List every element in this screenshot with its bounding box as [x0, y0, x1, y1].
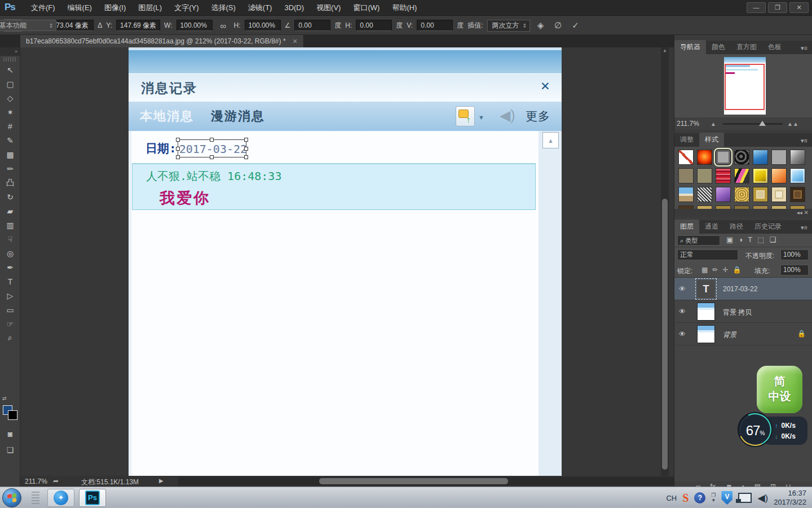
menu-view[interactable]: 视图(V) — [310, 0, 347, 16]
menu-file[interactable]: 文件(F) — [25, 0, 61, 16]
screen-mode-icon[interactable]: ❏ — [0, 443, 20, 457]
menu-edit[interactable]: 编辑(E) — [61, 0, 98, 16]
date-text-layer[interactable]: 2017-03-22 — [179, 142, 247, 156]
minimize-icon[interactable]: — — [747, 2, 766, 13]
angle-field[interactable]: 0.00 — [294, 20, 330, 31]
layer-row-text[interactable]: 👁 T 2017-03-22 — [674, 278, 812, 300]
menu-window[interactable]: 窗口(W) — [347, 0, 386, 16]
scroll-up-arrow-icon[interactable]: ▲ — [661, 48, 669, 53]
link-dimensions-icon[interactable]: ∞ — [217, 21, 230, 30]
lock-all-icon[interactable]: 🔒 — [732, 266, 741, 274]
zoom-in-icon[interactable]: ▲▲ — [787, 121, 798, 127]
style-swatch[interactable] — [753, 205, 768, 209]
vertical-scrollbar-thumb[interactable] — [662, 199, 668, 470]
filter-type-layers-icon[interactable]: T — [748, 235, 752, 244]
style-swatch[interactable] — [697, 168, 712, 183]
tab-channels[interactable]: 通道 — [699, 220, 724, 234]
panel-close-icon[interactable]: ✕ — [804, 209, 809, 216]
lasso-tool-icon[interactable]: ◇ — [0, 91, 20, 105]
style-swatch-selected[interactable] — [716, 150, 731, 165]
tab-navigator[interactable]: 导航器 — [674, 40, 706, 54]
style-swatch[interactable] — [678, 205, 694, 209]
style-swatch[interactable] — [716, 168, 731, 183]
toolbar-collapse-icon[interactable]: » — [0, 47, 20, 56]
layer-thumbnail[interactable] — [697, 325, 715, 343]
eyedropper-tool-icon[interactable]: ✎ — [0, 133, 20, 147]
style-swatch[interactable] — [790, 187, 805, 202]
layer-filter-select[interactable]: ⌕ 类型 — [677, 235, 720, 246]
transform-handle[interactable] — [244, 138, 248, 142]
memory-usage-ball[interactable]: 67% — [738, 412, 773, 447]
zoom-out-icon[interactable]: ▲ — [710, 121, 716, 127]
style-swatch[interactable] — [771, 150, 787, 165]
tab-histogram[interactable]: 直方图 — [731, 40, 762, 54]
filter-adjustment-layers-icon[interactable]: ◑ — [738, 235, 743, 244]
y-position-field[interactable]: 147.69 像素 — [116, 20, 160, 31]
help-tray-icon[interactable]: ? — [694, 492, 705, 503]
sogou-input-icon[interactable]: S — [682, 492, 689, 505]
layer-row-background-copy[interactable]: 👁 背景 拷贝 — [674, 300, 812, 323]
transform-bounding-box[interactable]: 2017-03-22 — [178, 139, 246, 157]
hskew-field[interactable]: 0.00 — [356, 20, 392, 31]
style-swatch[interactable] — [753, 168, 768, 183]
smudge-tool-icon[interactable]: ☟ — [0, 232, 20, 246]
move-tool-icon[interactable]: ↖ — [0, 63, 20, 77]
style-swatch[interactable] — [734, 168, 749, 183]
zoom-level-field[interactable]: 211.7% — [25, 478, 47, 485]
cancel-transform-icon[interactable]: ∅ — [551, 20, 565, 30]
marquee-tool-icon[interactable]: ▢ — [0, 77, 20, 91]
show-hidden-icons-icon[interactable]: ❐▾ — [711, 493, 716, 503]
commit-transform-icon[interactable]: ✓ — [569, 20, 582, 30]
menu-select[interactable]: 选择(S) — [205, 0, 241, 16]
menu-help[interactable]: 帮助(H) — [386, 0, 423, 16]
transform-handle[interactable] — [210, 138, 214, 142]
layer-name[interactable]: 2017-03-22 — [723, 285, 757, 293]
vertical-scrollbar[interactable]: ▲ — [661, 47, 669, 476]
menu-3d[interactable]: 3D(D) — [278, 0, 310, 16]
toolbar-grip[interactable] — [3, 57, 16, 62]
transform-handle[interactable] — [244, 147, 248, 151]
document-tab[interactable]: b17eca8065380cd75ebf0d0ca144ad34588281aa… — [20, 35, 304, 47]
hand-tool-icon[interactable]: ☞ — [0, 317, 20, 331]
clone-stamp-tool-icon[interactable]: 凸 — [0, 176, 20, 190]
quick-mask-icon[interactable]: ◙ — [0, 427, 20, 441]
share-icon[interactable]: ➦ — [53, 477, 59, 485]
transform-handle[interactable] — [176, 138, 180, 142]
taskbar-photoshop-button[interactable]: Ps — [79, 489, 106, 507]
layer-row-background[interactable]: 👁 背景 🔒 — [674, 323, 812, 345]
text-layer-thumbnail[interactable]: T — [697, 280, 715, 298]
document-image[interactable]: 消息记录 ✕ 本地消息 漫游消息 ↑ ▼ ◀) 更多 ▲ 日期: 2017 — [129, 47, 562, 476]
style-swatch[interactable] — [678, 168, 694, 183]
taskbar-clock[interactable]: 16:37 2017/3/22 — [774, 489, 810, 507]
style-swatch[interactable] — [771, 205, 787, 209]
filter-shape-layers-icon[interactable]: ⬚ — [757, 235, 764, 244]
filter-smart-objects-icon[interactable]: ❏ — [769, 235, 776, 244]
transform-handle[interactable] — [176, 155, 180, 159]
tab-history[interactable]: 历史记录 — [749, 220, 787, 234]
security-shield-icon[interactable]: V — [721, 491, 732, 505]
status-flyout-icon[interactable]: ▶ — [159, 478, 164, 484]
taskbar-browser-button[interactable]: ✦ — [47, 489, 74, 507]
background-color-swatch[interactable] — [8, 410, 17, 420]
crop-tool-icon[interactable]: # — [0, 119, 20, 133]
workspace-switcher[interactable]: 基本功能 — [0, 20, 56, 31]
blend-mode-select[interactable]: 正常 — [677, 249, 738, 260]
navigator-zoom-field[interactable]: 211.7% — [677, 120, 699, 128]
pen-tool-icon[interactable]: ✒ — [0, 260, 20, 274]
menu-filter[interactable]: 滤镜(T) — [242, 0, 279, 16]
warp-mode-icon[interactable]: ◈ — [534, 20, 548, 30]
tab-color[interactable]: 颜色 — [706, 40, 731, 54]
layer-name[interactable]: 背景 拷贝 — [723, 308, 752, 317]
style-swatch[interactable] — [716, 187, 731, 202]
restore-icon[interactable]: ❐ — [768, 2, 787, 13]
navigator-zoom-slider[interactable] — [723, 123, 783, 125]
tab-styles[interactable]: 样式 — [699, 133, 724, 147]
lock-position-icon[interactable]: ✛ — [722, 266, 728, 274]
layer-name[interactable]: 背景 — [723, 330, 736, 340]
tab-paths[interactable]: 路径 — [724, 220, 749, 234]
style-swatch[interactable] — [678, 187, 694, 202]
style-swatch[interactable] — [716, 205, 731, 209]
fill-select[interactable]: 100% — [780, 265, 809, 275]
horizontal-scrollbar[interactable] — [178, 477, 674, 485]
dodge-tool-icon[interactable]: ◎ — [0, 246, 20, 260]
